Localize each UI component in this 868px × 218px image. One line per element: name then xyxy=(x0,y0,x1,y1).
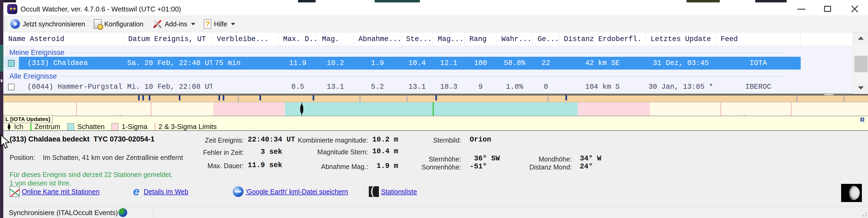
cell: 42 km SE xyxy=(559,57,646,70)
tick-navy xyxy=(313,96,314,101)
vertical-scrollbar[interactable] xyxy=(853,32,868,94)
position-value: Im Schatten, 41 km von der Zentrallinie … xyxy=(43,154,183,162)
cell: 10.2 xyxy=(317,57,354,70)
chevron-down-icon xyxy=(191,23,195,25)
addins-label: Add-ins xyxy=(165,20,187,28)
desktop-fragment xyxy=(0,45,3,72)
configuration-icon xyxy=(94,19,102,29)
desktop-edge xyxy=(0,0,3,218)
field-value: 34° W xyxy=(580,155,601,163)
station-list-link[interactable]: Stationsliste xyxy=(369,186,417,197)
region-shadow xyxy=(285,102,578,116)
maximize-button[interactable] xyxy=(815,2,840,16)
link-label: 'Google Earth' kml-Datei speichern xyxy=(246,188,348,196)
cell: (313) Chaldaea xyxy=(19,57,123,70)
status-bar: Synchronisiere (ITALOccult Events) xyxy=(3,207,868,218)
legend-label: Zentrum xyxy=(35,122,60,131)
legend-label: 2 & 3-Sigma Limits xyxy=(159,122,217,131)
station-list-icon xyxy=(369,186,379,197)
configuration-button[interactable]: Konfiguration xyxy=(89,17,148,31)
scroll-up-button[interactable] xyxy=(854,32,868,44)
desktop-fragment xyxy=(686,0,720,2)
column-header[interactable]: Verbleibe... xyxy=(212,32,278,46)
resize-grip[interactable] xyxy=(860,210,867,217)
group-label: Alle Ereignisse xyxy=(9,72,57,80)
window-title: Occult Watcher, ver. 4.7.0.6 - Wettswil … xyxy=(21,2,181,16)
legend-item-23sigma: 2 & 3-Sigma Limits xyxy=(154,122,217,131)
checkbox-zone xyxy=(3,57,19,70)
field-label: Fehler in Zeit: xyxy=(163,149,244,157)
cell: IBEROC xyxy=(716,80,801,93)
column-header[interactable]: Max. D... xyxy=(278,32,317,46)
scrollbar-thumb[interactable] xyxy=(855,56,867,72)
sigma1-swatch-icon xyxy=(112,123,118,131)
column-header[interactable]: Wahr... xyxy=(497,32,533,46)
group-line xyxy=(61,76,784,77)
help-menu[interactable]: Hilfe xyxy=(199,17,240,31)
desktop-fragment xyxy=(1,79,2,82)
center-line-icon xyxy=(30,123,31,131)
event-checkbox[interactable] xyxy=(8,84,14,90)
column-header[interactable]: Ste... xyxy=(401,32,433,46)
tick-navy xyxy=(179,96,180,101)
column-header[interactable]: Ge... xyxy=(533,32,559,46)
column-header[interactable]: Feed xyxy=(716,32,801,46)
column-header[interactable]: Distanz Erdoberfl. xyxy=(559,32,646,46)
column-header[interactable]: Mag. xyxy=(317,32,354,46)
legend-item-ich: Ich xyxy=(7,122,23,131)
timeline-strip xyxy=(3,96,868,102)
sync-now-button[interactable]: Jetzt synchronisieren xyxy=(6,17,89,31)
table-row[interactable]: (6044) Hammer-PurgstalMi. 10 Feb, 22:08 … xyxy=(3,80,853,93)
help-icon xyxy=(204,19,211,29)
google-earth-kml-link[interactable]: 'Google Earth' kml-Datei speichern xyxy=(233,186,348,197)
region-sigma1 xyxy=(578,102,650,116)
event-table: Meine Ereignisse (313) ChaldaeaSa. 20 Fe… xyxy=(3,46,853,94)
mouse-cursor xyxy=(0,135,11,149)
column-header[interactable]: Rang xyxy=(465,32,497,46)
chevron-down-icon xyxy=(231,23,235,25)
online-map-link[interactable]: Online Karte mit Stationen xyxy=(9,186,99,197)
column-header[interactable]: Name Asteroid xyxy=(3,32,123,46)
stations-reported-text: Für dieses Ereignis sind derzeit 22 Stat… xyxy=(9,171,173,179)
app-window: ✦✦ Occult Watcher, ver. 4.7.0.6 - Wettsw… xyxy=(3,2,868,218)
legend: Ich Zentrum Schatten 1-Sigma 2 & 3-Sigma… xyxy=(3,123,868,131)
line-sigma23 xyxy=(791,102,792,116)
moon-icon xyxy=(845,186,860,200)
event-checkbox[interactable] xyxy=(8,60,14,66)
table-row[interactable]: (313) ChaldaeaSa. 20 Feb, 22:40 UT75 min… xyxy=(3,57,853,70)
chevron-up-icon xyxy=(858,36,864,40)
column-header[interactable]: Letztes Update xyxy=(646,32,716,46)
cell: 31 Dez, 03:45 xyxy=(646,57,716,70)
timeline-left-label: L [IOTA Updates] xyxy=(4,115,53,123)
column-header[interactable] xyxy=(801,32,853,46)
close-button[interactable] xyxy=(842,2,867,16)
addins-menu[interactable]: Add-ins xyxy=(148,17,199,31)
sync-icon xyxy=(10,19,20,29)
tick-gray xyxy=(797,96,798,102)
sync-globe-icon xyxy=(118,208,127,217)
cell: 1.0% xyxy=(497,80,533,93)
details-web-link[interactable]: e Details im Web xyxy=(131,186,188,197)
cell: 0.5 xyxy=(278,80,317,93)
tick-gray xyxy=(843,96,845,102)
timeline-right-label: R xyxy=(860,116,865,124)
link-label: Online Karte mit Stationen xyxy=(22,188,99,196)
cell: 30 Jan, 13:05 * xyxy=(646,80,716,93)
column-header[interactable]: Abnahme... xyxy=(354,32,401,46)
timeline-band xyxy=(3,102,868,116)
column-header[interactable]: Datum Ereignis, UT xyxy=(123,32,212,46)
tick-gray xyxy=(547,96,549,102)
status-panel: Synchronisiere (ITALOccult Events) xyxy=(4,208,154,217)
cell: 0 xyxy=(533,80,559,93)
column-header[interactable]: Mag... xyxy=(433,32,465,46)
cell: 58.8% xyxy=(497,57,533,70)
tick-navy xyxy=(259,96,261,101)
minimize-button[interactable] xyxy=(789,2,814,16)
cell xyxy=(212,80,278,93)
title-bar[interactable]: ✦✦ Occult Watcher, ver. 4.7.0.6 - Wettsw… xyxy=(3,2,868,16)
legend-label: 1-Sigma xyxy=(122,122,147,131)
cell: 100 xyxy=(465,57,497,70)
status-text: Synchronisiere (ITALOccult Events) xyxy=(9,209,118,217)
cell: 9 xyxy=(465,80,497,93)
scroll-down-button[interactable] xyxy=(854,82,868,94)
